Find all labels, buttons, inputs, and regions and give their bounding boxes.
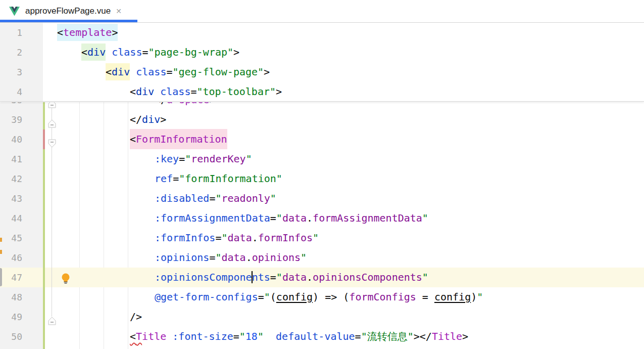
intention-bulb-icon[interactable]: [61, 272, 71, 283]
code-line[interactable]: 45:formInfos="data.formInfos": [0, 228, 644, 248]
code-text: />: [57, 307, 142, 327]
editor-viewport[interactable]: 38 </a-space>39 </div>40 <FormInformatio…: [0, 102, 644, 349]
code-token: ): [471, 291, 477, 303]
code-token: nts: [252, 271, 270, 283]
code-token: data: [282, 212, 307, 224]
code-token: formAssignmentData: [313, 212, 422, 224]
code-token: <: [130, 129, 136, 149]
code-token: T: [136, 330, 142, 342]
line-number: 40: [0, 129, 22, 149]
code-token: :key: [155, 153, 179, 165]
code-token: "page-bg-wrap": [148, 46, 233, 58]
code-token: ref: [155, 172, 173, 185]
active-tab-indicator: [0, 20, 137, 22]
code-folding-icon[interactable]: [48, 135, 56, 144]
code-token: readonly: [221, 192, 270, 204]
code-token: "流转信息": [361, 330, 414, 342]
code-token: =>: [325, 291, 343, 303]
editor-tab-bar: approveFlowPage.vue ✕: [0, 0, 644, 23]
code-line[interactable]: 39 </div>: [0, 110, 644, 129]
line-number: 2: [0, 42, 22, 62]
code-token: ": [264, 291, 270, 303]
code-token: Title: [432, 330, 462, 342]
code-token: :disabled: [155, 192, 209, 204]
code-token: class: [136, 66, 166, 78]
code-token: (: [270, 291, 276, 303]
code-text: :formInfos="data.formInfos": [57, 228, 319, 248]
code-token: formConfigs: [349, 291, 416, 303]
code-line[interactable]: 38 </a-space>: [0, 102, 644, 110]
line-number: 3: [0, 62, 22, 82]
code-line[interactable]: 49 />: [0, 307, 644, 327]
code-text: </a-space>: [57, 102, 215, 110]
code-token: ": [258, 330, 264, 342]
code-token: ": [270, 192, 276, 204]
code-line[interactable]: 43:disabled="readonly": [0, 189, 644, 208]
code-line[interactable]: 50<Title :font-size="18" default-value="…: [0, 327, 644, 346]
line-number: 49: [0, 307, 22, 327]
code-token: opinions: [252, 251, 301, 264]
code-token: @get-form-configs: [155, 291, 258, 303]
code-token: data: [228, 232, 252, 244]
code-line[interactable]: 3<div class="geg-flow-page">: [0, 62, 644, 82]
code-token: "top-toolbar": [196, 85, 276, 98]
code-token: [166, 330, 172, 342]
line-number: 46: [0, 248, 22, 268]
code-folding-icon[interactable]: [48, 313, 56, 321]
code-token: ": [422, 212, 428, 224]
code-folding-icon[interactable]: [48, 102, 56, 104]
code-text: :key="renderKey": [57, 149, 252, 169]
code-token: ": [185, 153, 191, 165]
code-token: :formInfos: [155, 232, 215, 244]
tab-close-icon[interactable]: ✕: [116, 7, 122, 15]
code-line[interactable]: 1<template>: [0, 23, 644, 42]
code-token: div: [136, 85, 154, 98]
code-token: class: [160, 85, 190, 98]
code-text: <div class="geg-flow-page">: [57, 62, 270, 82]
code-line[interactable]: 4<div class="top-toolbar">: [0, 82, 644, 102]
code-token: class: [112, 46, 142, 58]
code-text: ref="formInformation": [57, 169, 282, 189]
code-text: :disabled="readonly": [57, 189, 276, 208]
code-line[interactable]: 2<div class="page-bg-wrap">: [0, 42, 644, 62]
code-token: div: [142, 113, 160, 125]
code-token: :opinions: [155, 251, 209, 264]
code-line[interactable]: 44:formAssignmentData="data.formAssignme…: [0, 208, 644, 228]
code-token: </: [130, 113, 142, 125]
code-token: =: [173, 172, 179, 185]
code-token: <: [106, 63, 112, 80]
window-edge-artifact: [0, 268, 2, 286]
code-token: ": [221, 232, 227, 244]
code-token: =: [209, 251, 215, 264]
editor-tab[interactable]: approveFlowPage.vue ✕: [0, 0, 137, 22]
code-token: =: [179, 153, 185, 165]
code-line[interactable]: 48@get-form-configs="(config) => (formCo…: [0, 287, 644, 307]
code-token: config: [434, 291, 471, 303]
code-token: =: [209, 192, 215, 204]
tab-filename: approveFlowPage.vue: [25, 6, 111, 16]
code-line[interactable]: 47 :opinionsComponents="data.opinionsCom…: [0, 268, 644, 287]
code-token: >: [209, 102, 215, 106]
code-token: ": [422, 271, 428, 283]
line-number: 38: [0, 102, 22, 110]
code-line[interactable]: 42ref="formInformation": [0, 169, 644, 189]
code-token: config: [276, 291, 313, 303]
code-line[interactable]: 40 <FormInformation: [0, 129, 644, 149]
line-number: 39: [0, 110, 22, 129]
code-token: >: [264, 66, 270, 78]
code-line[interactable]: 46:opinions="data.opinions": [0, 248, 644, 268]
code-text: :formAssignmentData="data.formAssignment…: [57, 208, 428, 228]
code-token: :formAssignmentData: [155, 212, 270, 224]
code-token: </: [155, 102, 167, 106]
code-token: itle: [142, 330, 166, 342]
vue-logo-icon: [9, 7, 20, 16]
code-token: =: [215, 232, 221, 244]
line-number: 43: [0, 189, 22, 208]
code-token: (: [343, 291, 349, 303]
code-token: =: [258, 291, 264, 303]
code-token: >: [233, 46, 239, 58]
code-line[interactable]: 41:key="renderKey": [0, 149, 644, 169]
code-folding-icon[interactable]: [48, 115, 56, 124]
code-token: ": [215, 192, 221, 204]
code-token: >: [276, 85, 282, 98]
